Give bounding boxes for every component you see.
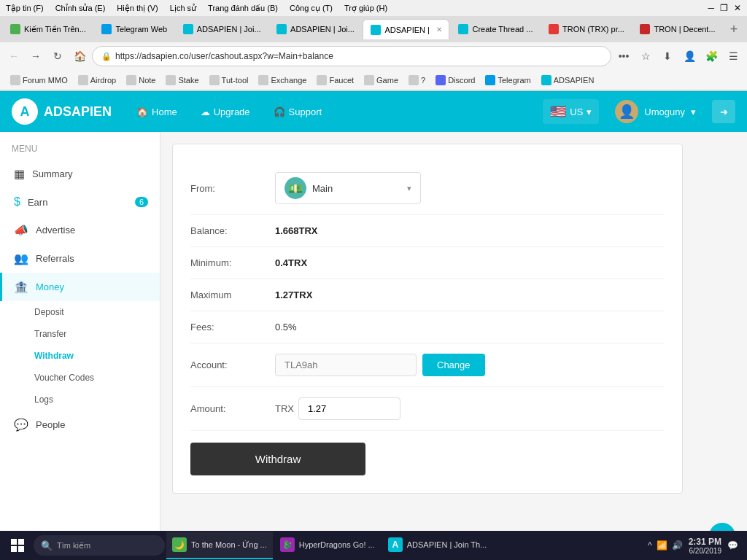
menu-bookmarks[interactable]: Trang đánh dấu (B) [208,4,278,13]
people-icon: 💬 [14,418,28,432]
browser-tab-5[interactable]: Create Thread ... [451,19,539,39]
sidebar-sub-transfer[interactable]: Transfer [0,323,160,345]
from-dropdown[interactable]: 💵 Main ▾ [275,172,421,204]
withdraw-button[interactable]: Withdraw [190,443,365,475]
nav-support[interactable]: 🎧 Support [263,101,333,123]
start-button[interactable] [3,532,32,559]
browser-chrome: Kiếm Tiền Trên... Telegram Web ADSAPIEN … [0,16,747,91]
change-button[interactable]: Change [422,354,485,376]
tab-favicon-2 [183,24,193,34]
taskbar-volume-icon[interactable]: 🔊 [672,540,683,551]
amount-input[interactable] [298,397,400,420]
taskbar-app-0[interactable]: 🌙 To the Moon - Ứng ... [166,532,273,559]
browser-tab-7[interactable]: TRON | Decent... [632,19,722,39]
bm-telegram-label: Telegram [498,76,530,85]
account-button[interactable]: 👤 [680,47,699,66]
bm-exchange[interactable]: Exchange [254,74,311,87]
os-window-controls[interactable]: ─ ❒ ✕ [708,3,741,13]
sidebar-sub-withdraw[interactable]: Withdraw [0,345,160,367]
restore-icon[interactable]: ❒ [720,3,728,13]
minimize-icon[interactable]: ─ [708,3,714,13]
nav-home[interactable]: 🏠 Home [126,101,187,123]
bm-game[interactable]: Game [360,74,403,87]
menu-edit[interactable]: Chỉnh sửa (E) [55,4,106,13]
new-tab-button[interactable]: + [724,19,744,39]
sidebar-sub-deposit[interactable]: Deposit [0,301,160,323]
refresh-button[interactable]: ↻ [48,47,67,66]
taskbar-search[interactable]: 🔍 Tìm kiếm [34,535,165,556]
menu-view[interactable]: Hiện thị (V) [117,4,158,13]
sidebar-item-referrals[interactable]: 👥 Referrals [0,244,160,273]
user-menu[interactable]: 👤 Umoguny ▾ [608,96,703,128]
extensions-button[interactable]: 🧩 [702,47,721,66]
close-icon[interactable]: ✕ [734,3,741,13]
logout-icon: ➜ [720,106,728,117]
browser-tab-2[interactable]: ADSAPIEN | Joi... [176,19,268,39]
menu-help[interactable]: Trợ giúp (H) [344,4,387,13]
taskbar-clock[interactable]: 2:31 PM 6/20/2019 [689,537,721,555]
bm-faucet[interactable]: Faucet [312,74,358,87]
balance-value: 1.668TRX [275,225,318,236]
account-input[interactable] [275,354,417,376]
menu-history[interactable]: Lịch sử [170,4,196,13]
sidebar-item-earn[interactable]: $ Earn 6 [0,188,160,216]
app-logo: A ADSAPIEN [12,98,112,125]
bm-airdrop[interactable]: Airdrop [74,74,120,87]
withdraw-label: Withdraw [34,351,74,361]
summary-icon: ▦ [14,167,25,181]
taskbar-app-1[interactable]: 🐉 HyperDragons Go! ... [274,532,381,559]
sidebar-item-summary[interactable]: ▦ Summary [0,160,160,188]
bm-stake[interactable]: Stake [161,74,203,87]
amount-currency: TRX [275,403,294,414]
sidebar-sub-logs[interactable]: Logs [0,389,160,411]
tab-label-1: Telegram Web [115,25,167,34]
taskbar-app-2[interactable]: A ADSAPIEN | Join Th... [382,532,493,559]
nav-upgrade[interactable]: ☁ Upgrade [190,101,260,123]
back-button[interactable]: ← [4,47,23,66]
sidebar-item-advertise[interactable]: 📣 Advertise [0,216,160,244]
bm-exchange-icon [258,75,268,85]
download-button[interactable]: ⬇ [658,47,677,66]
browser-tab-0[interactable]: Kiếm Tiền Trên... [3,19,93,39]
home-icon: 🏠 [136,106,148,117]
menu-button[interactable]: ☰ [724,47,743,66]
bm-telegram[interactable]: Telegram [481,74,535,87]
fees-row: Fees: 0.5% [190,311,665,343]
taskbar-app-label-0: To the Moon - Ứng ... [191,540,267,550]
sidebar-item-money[interactable]: 🏦 Money [0,273,160,301]
tab-close-4[interactable]: ✕ [436,26,442,34]
home-button[interactable]: 🏠 [70,47,89,66]
browser-tab-4[interactable]: ADSAPIEN | ✕ [363,19,449,39]
minimum-row: Minimum: 0.4TRX [190,247,665,279]
taskbar-notification-icon[interactable]: 💬 [727,540,738,551]
bm-adsapien[interactable]: ADSAPIEN [537,74,599,87]
bm-note[interactable]: Note [122,74,160,87]
menu-tools[interactable]: Công cụ (T) [290,4,333,13]
logout-button[interactable]: ➜ [712,100,735,123]
bm-more[interactable]: ? [404,74,430,87]
url-bar[interactable]: 🔒 https://adsapien.co/user/cashout.aspx?… [92,46,611,66]
options-button[interactable]: ••• [614,47,633,66]
language-selector[interactable]: 🇺🇸 US ▾ [543,99,599,124]
tab-label-5: Create Thread ... [472,25,533,34]
taskbar-search-label: Tìm kiếm [57,541,90,551]
taskbar-chevron-icon[interactable]: ^ [648,540,652,551]
forward-button[interactable]: → [26,47,45,66]
nav-home-label: Home [152,106,177,117]
browser-tab-6[interactable]: TRON (TRX) pr... [541,19,631,39]
sidebar-item-people[interactable]: 💬 People [0,411,160,439]
earn-badge: 6 [135,197,148,207]
bm-discord[interactable]: Discord [431,74,479,87]
bm-tuttool[interactable]: Tut-tool [205,74,253,87]
sidebar-sub-voucher[interactable]: Voucher Codes [0,367,160,389]
bookmark-star[interactable]: ☆ [636,47,655,66]
lang-text: US [570,106,583,117]
browser-tab-1[interactable]: Telegram Web [94,19,174,39]
menu-file[interactable]: Tập tin (F) [6,4,44,13]
taskbar-network-icon[interactable]: 📶 [657,540,667,551]
app-container: A ADSAPIEN 🏠 Home ☁ Upgrade 🎧 Support 🇺🇸… [0,91,747,560]
bm-forum[interactable]: Forum MMO [6,74,72,87]
tab-favicon-0 [10,24,20,34]
browser-tab-3[interactable]: ADSAPIEN | Joi... [269,19,361,39]
bm-note-icon [126,75,136,85]
